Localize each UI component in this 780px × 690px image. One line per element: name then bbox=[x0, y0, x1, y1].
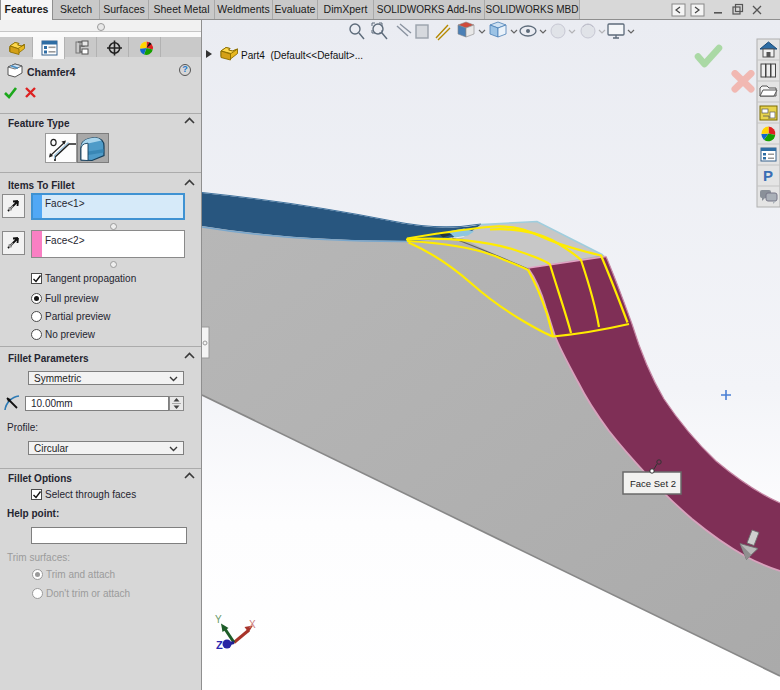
svg-text:Part4 (Default<<Default>...: Part4 (Default<<Default>... bbox=[241, 50, 363, 61]
svg-text:X: X bbox=[249, 619, 256, 630]
svg-text:Face Set 2: Face Set 2 bbox=[630, 478, 676, 489]
svg-text:P: P bbox=[763, 167, 773, 184]
svg-text:Z: Z bbox=[216, 639, 223, 651]
svg-text:Y: Y bbox=[215, 614, 222, 625]
